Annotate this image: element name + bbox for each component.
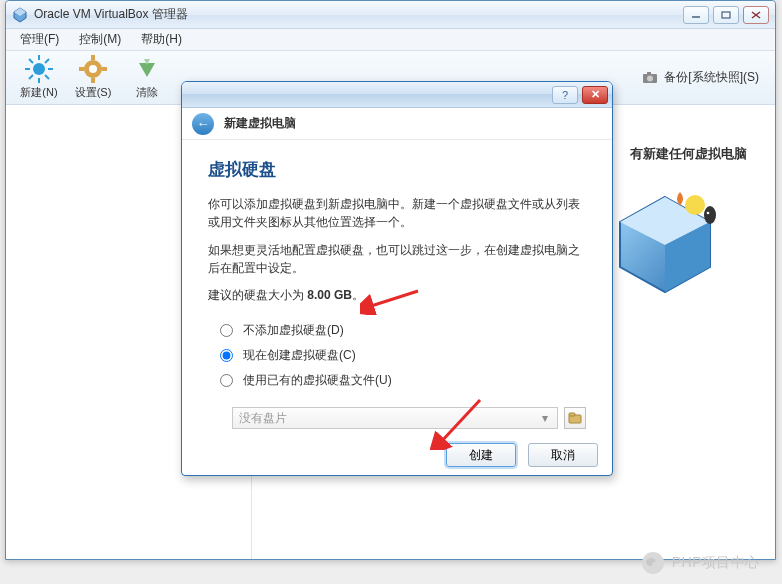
watermark: PHP项目中心 — [642, 552, 760, 574]
discard-button[interactable]: 清除 — [120, 54, 174, 102]
window-controls — [683, 6, 769, 24]
minimize-button[interactable] — [683, 6, 709, 24]
discard-label: 清除 — [136, 85, 158, 100]
dialog-titlebar[interactable]: ? ✕ — [182, 82, 612, 108]
snapshot-label: 备份[系统快照](S) — [664, 69, 759, 86]
virtualbox-logo — [610, 187, 720, 297]
recommend-suffix: 。 — [352, 288, 364, 302]
svg-rect-3 — [722, 12, 730, 18]
radio-no-disk[interactable]: 不添加虚拟硬盘(D) — [220, 318, 586, 343]
menubar: 管理(F) 控制(M) 帮助(H) — [6, 29, 775, 51]
radio-use-existing-input[interactable] — [220, 374, 233, 387]
radio-create-disk-input[interactable] — [220, 349, 233, 362]
new-button[interactable]: 新建(N) — [12, 54, 66, 102]
disk-dropdown-text: 没有盘片 — [239, 410, 287, 427]
svg-point-16 — [89, 65, 97, 73]
radio-use-existing[interactable]: 使用已有的虚拟硬盘文件(U) — [220, 368, 586, 393]
empty-message: 有新建任何虚拟电脑 — [630, 145, 747, 163]
sun-icon — [25, 55, 53, 83]
watermark-text: PHP项目中心 — [672, 554, 760, 572]
dialog-close-button[interactable]: ✕ — [582, 86, 608, 104]
dialog-help-button[interactable]: ? — [552, 86, 578, 104]
dialog-para2: 如果想更灵活地配置虚拟硬盘，也可以跳过这一步，在创建虚拟电脑之后在配置中设定。 — [208, 241, 586, 277]
settings-label: 设置(S) — [75, 85, 112, 100]
svg-point-22 — [647, 75, 653, 81]
maximize-button[interactable] — [713, 6, 739, 24]
disk-dropdown: 没有盘片 ▾ — [232, 407, 558, 429]
svg-line-14 — [29, 75, 33, 79]
app-icon — [12, 7, 28, 23]
svg-rect-31 — [569, 413, 575, 416]
back-icon[interactable]: ← — [192, 113, 214, 135]
new-label: 新建(N) — [20, 85, 57, 100]
camera-icon — [642, 70, 658, 86]
svg-rect-23 — [647, 72, 651, 75]
recommend-size: 8.00 GB — [307, 288, 352, 302]
toolbar-snapshot-area[interactable]: 备份[系统快照](S) — [642, 69, 769, 86]
svg-point-28 — [704, 206, 716, 224]
svg-rect-20 — [102, 67, 107, 71]
svg-line-11 — [29, 59, 33, 63]
svg-rect-17 — [91, 55, 95, 60]
radio-create-disk[interactable]: 现在创建虚拟硬盘(C) — [220, 343, 586, 368]
existing-disk-row: 没有盘片 ▾ — [232, 407, 586, 429]
radio-no-disk-input[interactable] — [220, 324, 233, 337]
discard-icon — [133, 55, 161, 83]
dialog-section-title: 虚拟硬盘 — [208, 158, 586, 181]
browse-disk-button[interactable] — [564, 407, 586, 429]
svg-rect-18 — [91, 78, 95, 83]
dialog-header: ← 新建虚拟电脑 — [182, 108, 612, 140]
titlebar: Oracle VM VirtualBox 管理器 — [6, 1, 775, 29]
radio-use-existing-label: 使用已有的虚拟硬盘文件(U) — [243, 372, 392, 389]
dialog-body: 虚拟硬盘 你可以添加虚拟硬盘到新虚拟电脑中。新建一个虚拟硬盘文件或从列表或用文件… — [182, 140, 612, 441]
window-title: Oracle VM VirtualBox 管理器 — [34, 6, 683, 23]
create-button[interactable]: 创建 — [446, 443, 516, 467]
svg-rect-19 — [79, 67, 84, 71]
svg-point-29 — [707, 212, 710, 215]
dialog-para1: 你可以添加虚拟硬盘到新虚拟电脑中。新建一个虚拟硬盘文件或从列表或用文件夹图标从其… — [208, 195, 586, 231]
radio-create-disk-label: 现在创建虚拟硬盘(C) — [243, 347, 356, 364]
svg-line-13 — [45, 59, 49, 63]
dialog-footer: 创建 取消 — [182, 435, 612, 475]
wechat-icon — [642, 552, 664, 574]
menu-help[interactable]: 帮助(H) — [131, 29, 192, 50]
svg-line-12 — [45, 75, 49, 79]
dialog-header-title: 新建虚拟电脑 — [224, 115, 296, 132]
window-close-button[interactable] — [743, 6, 769, 24]
radio-group: 不添加虚拟硬盘(D) 现在创建虚拟硬盘(C) 使用已有的虚拟硬盘文件(U) — [220, 318, 586, 393]
svg-point-35 — [652, 562, 660, 568]
cancel-button[interactable]: 取消 — [528, 443, 598, 467]
radio-no-disk-label: 不添加虚拟硬盘(D) — [243, 322, 344, 339]
menu-control[interactable]: 控制(M) — [69, 29, 131, 50]
gear-icon — [79, 55, 107, 83]
dialog-recommend: 建议的硬盘大小为 8.00 GB。 — [208, 287, 586, 304]
svg-point-6 — [33, 63, 45, 75]
settings-button[interactable]: 设置(S) — [66, 54, 120, 102]
menu-manage[interactable]: 管理(F) — [10, 29, 69, 50]
create-vm-dialog: ? ✕ ← 新建虚拟电脑 虚拟硬盘 你可以添加虚拟硬盘到新虚拟电脑中。新建一个虚… — [181, 81, 613, 476]
recommend-prefix: 建议的硬盘大小为 — [208, 288, 307, 302]
chevron-down-icon: ▾ — [537, 411, 553, 425]
svg-point-27 — [685, 195, 705, 215]
